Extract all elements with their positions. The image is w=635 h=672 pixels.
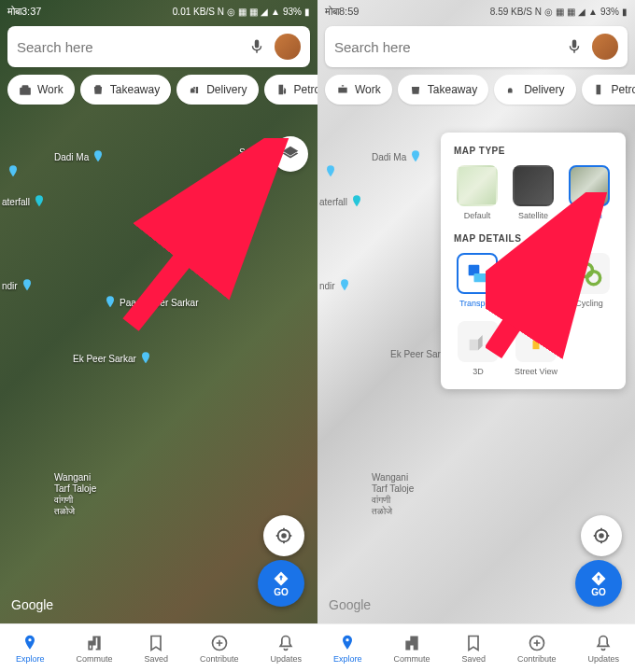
map-label-dadi: Dadi Ma [54,147,106,166]
pin-icon [21,634,39,652]
search-placeholder: Search here [17,39,239,55]
brand-logo: Google [11,597,53,612]
map-label-om [6,162,21,181]
pin-icon [408,147,423,166]
pin-icon [103,293,118,312]
nav-explore[interactable]: Explore [333,634,362,664]
chip-work[interactable]: Work [325,75,392,105]
bottom-nav: Explore Commute Saved Contribute Updates [0,623,318,672]
petrol-icon [275,83,289,96]
pin-icon [338,634,357,652]
map-label-ndir: ndir [319,276,352,295]
building-icon [402,634,421,652]
chip-delivery[interactable]: Delivery [494,75,575,105]
nav-commute[interactable]: Commute [76,634,112,664]
locate-icon [274,525,294,546]
annotation-arrow [486,192,616,360]
status-bar: मोबा8:59 8.59 KB/S N◎▦▦◢▲ 93%▮ [318,0,635,22]
svg-line-11 [493,205,590,353]
status-time: मोबा8:59 [325,6,359,18]
nav-commute[interactable]: Commute [393,634,430,664]
panel-heading-type: MAP TYPE [454,146,613,156]
map-label-waterfall: aterfall [319,192,364,211]
bookmark-icon [147,634,165,652]
briefcase-icon [19,83,32,96]
nav-updates[interactable]: Updates [587,634,619,664]
map-canvas[interactable]: Dadi Ma aterfall ndir Ek Peer Sarkar Wan… [318,108,635,623]
locate-button[interactable] [581,515,622,556]
mic-icon[interactable] [566,38,583,55]
bell-icon [594,634,613,652]
annotation-arrow [121,138,289,334]
map-label-wangani: Wangani Tarf Taloje वांगणी तळोजे [372,472,414,517]
svg-point-2 [281,533,287,539]
map-label-dadi: Dadi Ma [372,147,423,166]
building-icon [85,634,104,652]
status-bar: मोबा3:37 0.01 KB/S N◎▦▦◢▲ 93%▮ [0,0,318,22]
delivery-icon [188,83,201,96]
plus-circle-icon [210,634,229,652]
bell-icon [276,634,295,652]
directions-icon [273,570,289,587]
avatar[interactable] [592,34,618,60]
map-label-ndir: ndir [2,276,35,295]
search-placeholder: Search here [334,39,557,55]
nav-contribute[interactable]: Contribute [200,634,239,664]
chip-work[interactable]: Work [7,75,75,105]
delivery-icon [505,83,518,96]
chip-takeaway[interactable]: Takeaway [80,75,171,105]
map-label-om [323,162,338,181]
pin-icon [32,192,47,211]
brand-logo: Google [329,597,371,612]
bookmark-icon [464,634,483,652]
map-label-waterfall: aterfall [2,192,47,211]
category-chips: Work Takeaway Delivery Petrol [0,71,318,108]
status-time: मोबा3:37 [7,6,41,18]
locate-icon [591,525,612,546]
mic-icon[interactable] [248,38,265,55]
pin-icon [138,349,153,368]
avatar[interactable] [275,34,301,60]
search-bar[interactable]: Search here [7,26,310,67]
status-indicators: 0.01 KB/S N◎▦▦◢▲ 93%▮ [173,7,310,17]
chip-delivery[interactable]: Delivery [176,75,258,105]
chip-petrol[interactable]: Petrol [264,75,318,105]
nav-contribute[interactable]: Contribute [517,634,557,664]
status-indicators: 8.59 KB/S N◎▦▦◢▲ 93%▮ [490,7,628,17]
takeaway-icon [409,83,422,96]
go-button[interactable]: GO [258,560,304,607]
petrol-icon [593,83,606,96]
pin-icon [337,276,352,295]
takeaway-icon [92,83,105,96]
category-chips: Work Takeaway Delivery Petrol [318,71,635,108]
pin-icon [349,192,364,211]
locate-button[interactable] [263,515,304,556]
pin-icon [6,162,21,181]
nav-saved[interactable]: Saved [144,634,168,664]
chip-petrol[interactable]: Petrol [582,75,636,105]
briefcase-icon [336,83,349,96]
pin-icon [20,276,35,295]
nav-saved[interactable]: Saved [461,634,486,664]
chip-takeaway[interactable]: Takeaway [398,75,488,105]
bottom-nav: Explore Commute Saved Contribute Updates [318,623,635,672]
search-bar[interactable]: Search here [325,26,628,67]
svg-line-1 [131,149,271,325]
directions-icon [590,570,607,587]
map-canvas[interactable]: Dadi Ma Savarol aterfall ndir Paach Peer… [0,108,318,623]
nav-explore[interactable]: Explore [16,634,45,664]
map-label-ek: Ek Peer Sarkar [73,349,153,368]
plus-circle-icon [528,634,546,652]
nav-updates[interactable]: Updates [270,634,302,664]
go-button[interactable]: GO [575,560,622,607]
svg-point-12 [599,533,604,539]
pin-icon [91,147,106,166]
map-label-wangani: Wangani Tarf Taloje वांगणी तळोजे [54,472,96,517]
pin-icon [323,162,338,181]
